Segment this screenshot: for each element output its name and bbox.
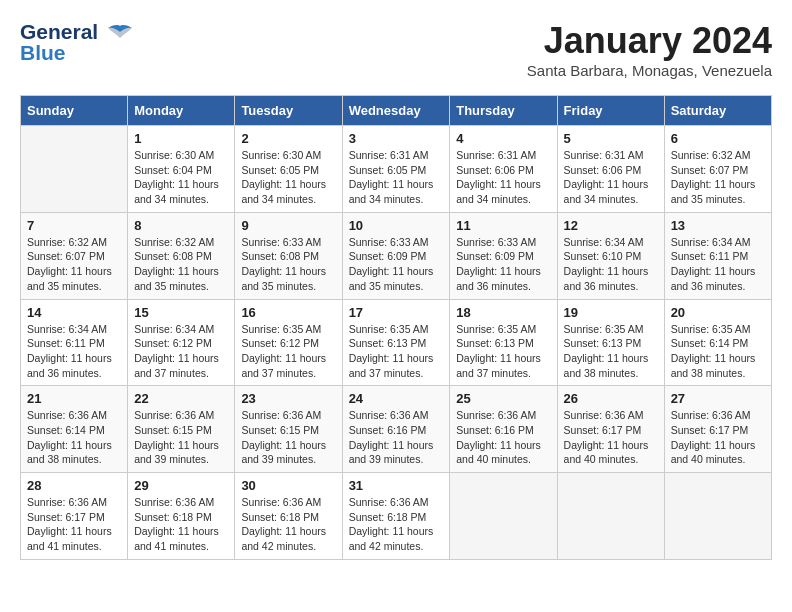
day-info: Sunrise: 6:36 AM Sunset: 6:16 PM Dayligh… xyxy=(349,408,444,467)
day-cell: 2Sunrise: 6:30 AM Sunset: 6:05 PM Daylig… xyxy=(235,126,342,213)
day-info: Sunrise: 6:31 AM Sunset: 6:06 PM Dayligh… xyxy=(564,148,658,207)
day-number: 14 xyxy=(27,305,121,320)
title-section: January 2024 Santa Barbara, Monagas, Ven… xyxy=(527,20,772,79)
day-number: 18 xyxy=(456,305,550,320)
day-info: Sunrise: 6:35 AM Sunset: 6:13 PM Dayligh… xyxy=(564,322,658,381)
day-cell: 5Sunrise: 6:31 AM Sunset: 6:06 PM Daylig… xyxy=(557,126,664,213)
day-number: 21 xyxy=(27,391,121,406)
day-info: Sunrise: 6:34 AM Sunset: 6:10 PM Dayligh… xyxy=(564,235,658,294)
week-row-2: 7Sunrise: 6:32 AM Sunset: 6:07 PM Daylig… xyxy=(21,212,772,299)
day-cell: 14Sunrise: 6:34 AM Sunset: 6:11 PM Dayli… xyxy=(21,299,128,386)
day-cell xyxy=(664,473,771,560)
day-cell: 4Sunrise: 6:31 AM Sunset: 6:06 PM Daylig… xyxy=(450,126,557,213)
day-info: Sunrise: 6:36 AM Sunset: 6:14 PM Dayligh… xyxy=(27,408,121,467)
logo: General Blue xyxy=(20,20,134,64)
day-cell: 23Sunrise: 6:36 AM Sunset: 6:15 PM Dayli… xyxy=(235,386,342,473)
day-info: Sunrise: 6:32 AM Sunset: 6:07 PM Dayligh… xyxy=(27,235,121,294)
month-title: January 2024 xyxy=(527,20,772,62)
day-info: Sunrise: 6:36 AM Sunset: 6:18 PM Dayligh… xyxy=(241,495,335,554)
day-number: 24 xyxy=(349,391,444,406)
day-info: Sunrise: 6:36 AM Sunset: 6:18 PM Dayligh… xyxy=(134,495,228,554)
day-number: 29 xyxy=(134,478,228,493)
day-info: Sunrise: 6:35 AM Sunset: 6:14 PM Dayligh… xyxy=(671,322,765,381)
day-info: Sunrise: 6:36 AM Sunset: 6:17 PM Dayligh… xyxy=(27,495,121,554)
day-cell: 6Sunrise: 6:32 AM Sunset: 6:07 PM Daylig… xyxy=(664,126,771,213)
header-thursday: Thursday xyxy=(450,96,557,126)
header-saturday: Saturday xyxy=(664,96,771,126)
day-number: 15 xyxy=(134,305,228,320)
day-cell: 29Sunrise: 6:36 AM Sunset: 6:18 PM Dayli… xyxy=(128,473,235,560)
day-number: 16 xyxy=(241,305,335,320)
logo-blue-text: Blue xyxy=(20,41,134,64)
day-cell: 7Sunrise: 6:32 AM Sunset: 6:07 PM Daylig… xyxy=(21,212,128,299)
bird-icon xyxy=(106,24,134,42)
day-info: Sunrise: 6:33 AM Sunset: 6:09 PM Dayligh… xyxy=(456,235,550,294)
day-cell: 8Sunrise: 6:32 AM Sunset: 6:08 PM Daylig… xyxy=(128,212,235,299)
calendar-table: SundayMondayTuesdayWednesdayThursdayFrid… xyxy=(20,95,772,560)
day-cell: 11Sunrise: 6:33 AM Sunset: 6:09 PM Dayli… xyxy=(450,212,557,299)
day-cell xyxy=(450,473,557,560)
day-info: Sunrise: 6:36 AM Sunset: 6:18 PM Dayligh… xyxy=(349,495,444,554)
calendar-header-row: SundayMondayTuesdayWednesdayThursdayFrid… xyxy=(21,96,772,126)
location-subtitle: Santa Barbara, Monagas, Venezuela xyxy=(527,62,772,79)
day-cell: 12Sunrise: 6:34 AM Sunset: 6:10 PM Dayli… xyxy=(557,212,664,299)
day-info: Sunrise: 6:35 AM Sunset: 6:13 PM Dayligh… xyxy=(349,322,444,381)
day-number: 2 xyxy=(241,131,335,146)
day-cell: 26Sunrise: 6:36 AM Sunset: 6:17 PM Dayli… xyxy=(557,386,664,473)
week-row-5: 28Sunrise: 6:36 AM Sunset: 6:17 PM Dayli… xyxy=(21,473,772,560)
day-info: Sunrise: 6:36 AM Sunset: 6:15 PM Dayligh… xyxy=(241,408,335,467)
day-number: 6 xyxy=(671,131,765,146)
day-cell: 3Sunrise: 6:31 AM Sunset: 6:05 PM Daylig… xyxy=(342,126,450,213)
day-cell: 24Sunrise: 6:36 AM Sunset: 6:16 PM Dayli… xyxy=(342,386,450,473)
day-number: 26 xyxy=(564,391,658,406)
day-number: 25 xyxy=(456,391,550,406)
header-friday: Friday xyxy=(557,96,664,126)
day-cell: 28Sunrise: 6:36 AM Sunset: 6:17 PM Dayli… xyxy=(21,473,128,560)
day-info: Sunrise: 6:33 AM Sunset: 6:08 PM Dayligh… xyxy=(241,235,335,294)
logo-text: General xyxy=(20,20,134,43)
day-info: Sunrise: 6:36 AM Sunset: 6:15 PM Dayligh… xyxy=(134,408,228,467)
day-number: 4 xyxy=(456,131,550,146)
day-number: 3 xyxy=(349,131,444,146)
day-number: 13 xyxy=(671,218,765,233)
day-cell: 9Sunrise: 6:33 AM Sunset: 6:08 PM Daylig… xyxy=(235,212,342,299)
day-number: 9 xyxy=(241,218,335,233)
day-info: Sunrise: 6:35 AM Sunset: 6:12 PM Dayligh… xyxy=(241,322,335,381)
day-number: 20 xyxy=(671,305,765,320)
day-cell: 10Sunrise: 6:33 AM Sunset: 6:09 PM Dayli… xyxy=(342,212,450,299)
week-row-3: 14Sunrise: 6:34 AM Sunset: 6:11 PM Dayli… xyxy=(21,299,772,386)
day-cell: 19Sunrise: 6:35 AM Sunset: 6:13 PM Dayli… xyxy=(557,299,664,386)
day-cell: 17Sunrise: 6:35 AM Sunset: 6:13 PM Dayli… xyxy=(342,299,450,386)
day-cell: 13Sunrise: 6:34 AM Sunset: 6:11 PM Dayli… xyxy=(664,212,771,299)
day-number: 17 xyxy=(349,305,444,320)
day-cell: 30Sunrise: 6:36 AM Sunset: 6:18 PM Dayli… xyxy=(235,473,342,560)
day-number: 8 xyxy=(134,218,228,233)
header-sunday: Sunday xyxy=(21,96,128,126)
day-cell: 16Sunrise: 6:35 AM Sunset: 6:12 PM Dayli… xyxy=(235,299,342,386)
day-info: Sunrise: 6:36 AM Sunset: 6:16 PM Dayligh… xyxy=(456,408,550,467)
day-cell xyxy=(557,473,664,560)
day-info: Sunrise: 6:34 AM Sunset: 6:11 PM Dayligh… xyxy=(671,235,765,294)
page-header: General Blue January 2024 Santa Barbara,… xyxy=(20,20,772,79)
week-row-4: 21Sunrise: 6:36 AM Sunset: 6:14 PM Dayli… xyxy=(21,386,772,473)
day-number: 31 xyxy=(349,478,444,493)
day-cell: 31Sunrise: 6:36 AM Sunset: 6:18 PM Dayli… xyxy=(342,473,450,560)
day-cell: 18Sunrise: 6:35 AM Sunset: 6:13 PM Dayli… xyxy=(450,299,557,386)
day-info: Sunrise: 6:33 AM Sunset: 6:09 PM Dayligh… xyxy=(349,235,444,294)
day-info: Sunrise: 6:31 AM Sunset: 6:06 PM Dayligh… xyxy=(456,148,550,207)
day-number: 10 xyxy=(349,218,444,233)
day-info: Sunrise: 6:32 AM Sunset: 6:08 PM Dayligh… xyxy=(134,235,228,294)
day-info: Sunrise: 6:36 AM Sunset: 6:17 PM Dayligh… xyxy=(564,408,658,467)
day-info: Sunrise: 6:30 AM Sunset: 6:04 PM Dayligh… xyxy=(134,148,228,207)
day-number: 22 xyxy=(134,391,228,406)
day-cell: 15Sunrise: 6:34 AM Sunset: 6:12 PM Dayli… xyxy=(128,299,235,386)
day-cell: 1Sunrise: 6:30 AM Sunset: 6:04 PM Daylig… xyxy=(128,126,235,213)
day-info: Sunrise: 6:30 AM Sunset: 6:05 PM Dayligh… xyxy=(241,148,335,207)
header-wednesday: Wednesday xyxy=(342,96,450,126)
day-number: 1 xyxy=(134,131,228,146)
day-number: 28 xyxy=(27,478,121,493)
day-number: 5 xyxy=(564,131,658,146)
day-cell: 27Sunrise: 6:36 AM Sunset: 6:17 PM Dayli… xyxy=(664,386,771,473)
day-cell: 20Sunrise: 6:35 AM Sunset: 6:14 PM Dayli… xyxy=(664,299,771,386)
day-number: 19 xyxy=(564,305,658,320)
